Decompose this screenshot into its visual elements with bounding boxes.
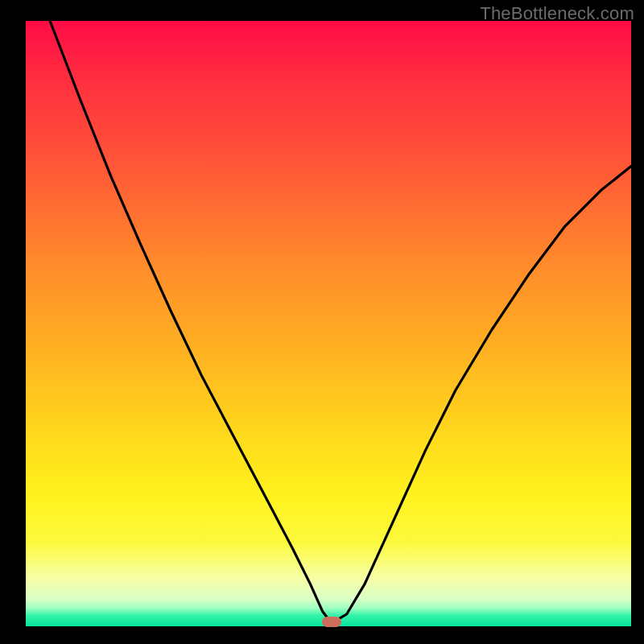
optimum-marker bbox=[322, 617, 341, 627]
chart-frame: TheBottleneck.com bbox=[0, 0, 644, 644]
bottleneck-curve bbox=[26, 21, 631, 626]
watermark-text: TheBottleneck.com bbox=[480, 3, 634, 24]
